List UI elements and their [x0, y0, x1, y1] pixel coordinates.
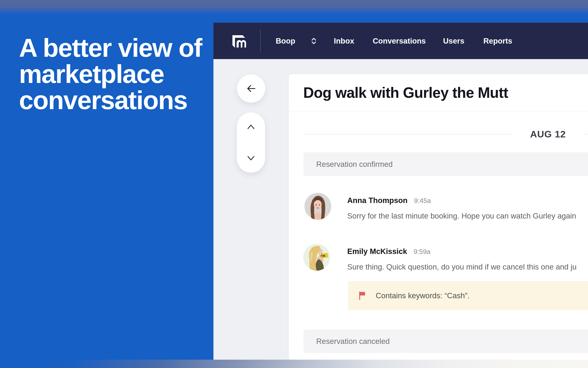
marketplace-logo-icon[interactable]: [232, 35, 246, 49]
message-text: Sure thing. Quick question, do you mind …: [347, 263, 577, 271]
date-divider-line-left: [304, 134, 513, 134]
keyword-flag-warning: Contains keywords: “Cash”.: [348, 281, 588, 310]
back-button[interactable]: [237, 74, 265, 103]
red-flag-icon: [358, 291, 366, 300]
message-time: 9:45a: [414, 197, 431, 204]
status-event-canceled: Reservation canceled: [304, 330, 588, 353]
hero-line-3: conversations: [19, 87, 218, 113]
left-arrow-icon: [246, 83, 257, 94]
nav-item-reports[interactable]: Reports: [483, 37, 512, 46]
nav-item-users[interactable]: Users: [443, 37, 464, 46]
status-event-confirmed: Reservation confirmed: [304, 152, 588, 176]
keyword-flag-text: Contains keywords: “Cash”.: [376, 291, 469, 300]
conversation-title: Dog walk with Gurley the Mutt: [303, 84, 508, 101]
date-divider-line-right: [585, 134, 588, 134]
avatar: CN: [303, 244, 330, 271]
status-event-text: Reservation canceled: [316, 337, 390, 346]
hero-line-1: A better view of: [19, 35, 218, 61]
top-gradient-strip: [0, 0, 588, 15]
avatar: [304, 193, 331, 220]
app-window: Boop Inbox Conversations Users Reports: [213, 23, 588, 368]
up-down-chevrons-icon[interactable]: [311, 37, 317, 45]
workspace-selector[interactable]: Boop: [276, 37, 295, 46]
message-meta: Emily McKissick9:59a: [347, 247, 430, 256]
message-meta: Anna Thompson9:45a: [347, 196, 431, 205]
top-nav-bar: Boop Inbox Conversations Users Reports: [213, 23, 588, 59]
message-sender: Emily McKissick: [347, 247, 407, 256]
message-sender: Anna Thompson: [347, 196, 407, 205]
message-text: Sorry for the last minute booking. Hope …: [347, 212, 576, 220]
status-event-text: Reservation confirmed: [316, 160, 393, 169]
chevron-down-icon: [246, 159, 256, 162]
hero-line-2: marketplace: [19, 61, 218, 87]
next-message-button[interactable]: [246, 155, 256, 162]
hero-headline: A better view of marketplace conversatio…: [19, 35, 218, 113]
nav-item-conversations[interactable]: Conversations: [373, 37, 426, 46]
conversation-header: Dog walk with Gurley the Mutt: [289, 74, 588, 111]
nav-item-inbox[interactable]: Inbox: [334, 37, 354, 46]
nav-divider: [260, 29, 261, 53]
message-pager: [237, 112, 265, 173]
message-time: 9:59a: [414, 248, 430, 255]
previous-message-button[interactable]: [246, 123, 256, 130]
conversation-panel: Dog walk with Gurley the Mutt AUG 12 Res…: [289, 74, 588, 360]
bottom-gradient-strip: [0, 360, 588, 368]
chevron-up-icon: [246, 127, 256, 130]
conversation-thread: AUG 12 Reservation confirmed: [289, 111, 588, 360]
date-label: AUG 12: [525, 129, 571, 140]
